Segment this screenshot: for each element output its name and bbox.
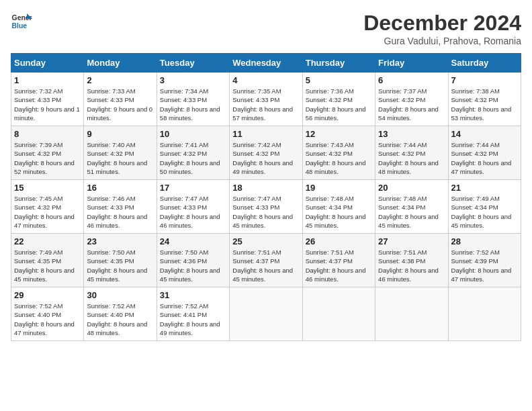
day-number: 1 xyxy=(14,75,81,85)
day-detail: Sunrise: 7:38 AMSunset: 4:32 PMDaylight:… xyxy=(451,87,512,122)
day-number: 11 xyxy=(232,129,299,139)
day-cell: 11 Sunrise: 7:42 AMSunset: 4:32 PMDaylig… xyxy=(230,126,302,180)
day-number: 3 xyxy=(160,75,226,85)
day-number: 26 xyxy=(306,236,372,246)
day-number: 18 xyxy=(232,183,299,193)
col-wednesday: Wednesday xyxy=(230,54,302,73)
day-number: 13 xyxy=(378,129,445,139)
day-number: 25 xyxy=(232,236,299,246)
day-detail: Sunrise: 7:48 AMSunset: 4:34 PMDaylight:… xyxy=(378,195,439,229)
day-cell: 31 Sunrise: 7:52 AMSunset: 4:41 PMDaylig… xyxy=(157,287,229,341)
day-number: 9 xyxy=(87,129,153,139)
day-number: 5 xyxy=(306,75,372,85)
day-cell: 8 Sunrise: 7:39 AMSunset: 4:32 PMDayligh… xyxy=(11,126,84,180)
day-number: 22 xyxy=(14,236,81,246)
day-cell: 27 Sunrise: 7:51 AMSunset: 4:38 PMDaylig… xyxy=(375,234,448,287)
title-area: December 2024 Gura Vadului, Prahova, Rom… xyxy=(363,11,521,46)
col-thursday: Thursday xyxy=(302,54,375,73)
header: General Blue December 2024 Gura Vadului,… xyxy=(11,11,521,46)
day-detail: Sunrise: 7:36 AMSunset: 4:32 PMDaylight:… xyxy=(306,87,366,122)
day-detail: Sunrise: 7:35 AMSunset: 4:33 PMDaylight:… xyxy=(232,87,293,122)
empty-cell xyxy=(375,287,448,341)
day-detail: Sunrise: 7:46 AMSunset: 4:33 PMDaylight:… xyxy=(87,195,147,229)
day-detail: Sunrise: 7:50 AMSunset: 4:36 PMDaylight:… xyxy=(160,248,220,283)
day-number: 30 xyxy=(87,290,153,300)
day-number: 27 xyxy=(378,236,445,246)
calendar-row: 15 Sunrise: 7:45 AMSunset: 4:32 PMDaylig… xyxy=(11,180,521,234)
day-cell: 14 Sunrise: 7:44 AMSunset: 4:32 PMDaylig… xyxy=(448,126,521,180)
day-detail: Sunrise: 7:48 AMSunset: 4:34 PMDaylight:… xyxy=(306,195,366,229)
day-number: 8 xyxy=(14,129,81,139)
day-detail: Sunrise: 7:52 AMSunset: 4:39 PMDaylight:… xyxy=(451,248,512,283)
day-detail: Sunrise: 7:43 AMSunset: 4:32 PMDaylight:… xyxy=(306,141,366,175)
day-cell: 25 Sunrise: 7:51 AMSunset: 4:37 PMDaylig… xyxy=(230,234,302,287)
day-detail: Sunrise: 7:44 AMSunset: 4:32 PMDaylight:… xyxy=(451,141,512,175)
day-detail: Sunrise: 7:37 AMSunset: 4:32 PMDaylight:… xyxy=(378,87,439,122)
day-detail: Sunrise: 7:50 AMSunset: 4:35 PMDaylight:… xyxy=(87,248,147,283)
day-detail: Sunrise: 7:49 AMSunset: 4:34 PMDaylight:… xyxy=(451,195,512,229)
day-number: 10 xyxy=(160,129,226,139)
calendar-row: 1 Sunrise: 7:32 AMSunset: 4:33 PMDayligh… xyxy=(11,73,521,126)
day-detail: Sunrise: 7:39 AMSunset: 4:32 PMDaylight:… xyxy=(14,141,75,175)
empty-cell xyxy=(302,287,375,341)
day-cell: 12 Sunrise: 7:43 AMSunset: 4:32 PMDaylig… xyxy=(302,126,375,180)
day-cell: 20 Sunrise: 7:48 AMSunset: 4:34 PMDaylig… xyxy=(375,180,448,234)
day-cell: 24 Sunrise: 7:50 AMSunset: 4:36 PMDaylig… xyxy=(157,234,229,287)
day-number: 23 xyxy=(87,236,153,246)
empty-cell xyxy=(448,287,521,341)
day-detail: Sunrise: 7:51 AMSunset: 4:38 PMDaylight:… xyxy=(378,248,439,283)
day-cell: 28 Sunrise: 7:52 AMSunset: 4:39 PMDaylig… xyxy=(448,234,521,287)
day-number: 29 xyxy=(14,290,81,300)
calendar-row: 8 Sunrise: 7:39 AMSunset: 4:32 PMDayligh… xyxy=(11,126,521,180)
day-cell: 17 Sunrise: 7:47 AMSunset: 4:33 PMDaylig… xyxy=(157,180,229,234)
logo-icon: General Blue xyxy=(11,11,32,32)
day-number: 2 xyxy=(87,75,153,85)
day-detail: Sunrise: 7:51 AMSunset: 4:37 PMDaylight:… xyxy=(306,248,366,283)
day-cell: 2 Sunrise: 7:33 AMSunset: 4:33 PMDayligh… xyxy=(84,73,157,126)
empty-cell xyxy=(230,287,302,341)
day-number: 7 xyxy=(451,75,518,85)
day-cell: 13 Sunrise: 7:44 AMSunset: 4:32 PMDaylig… xyxy=(375,126,448,180)
day-number: 14 xyxy=(451,129,518,139)
day-number: 21 xyxy=(451,183,518,193)
day-cell: 22 Sunrise: 7:49 AMSunset: 4:35 PMDaylig… xyxy=(11,234,84,287)
day-cell: 4 Sunrise: 7:35 AMSunset: 4:33 PMDayligh… xyxy=(230,73,302,126)
day-number: 15 xyxy=(14,183,81,193)
day-number: 17 xyxy=(160,183,226,193)
col-saturday: Saturday xyxy=(448,54,521,73)
calendar-row: 22 Sunrise: 7:49 AMSunset: 4:35 PMDaylig… xyxy=(11,234,521,287)
day-number: 4 xyxy=(232,75,299,85)
calendar-row: 29 Sunrise: 7:52 AMSunset: 4:40 PMDaylig… xyxy=(11,287,521,341)
day-cell: 7 Sunrise: 7:38 AMSunset: 4:32 PMDayligh… xyxy=(448,73,521,126)
day-number: 19 xyxy=(306,183,372,193)
day-detail: Sunrise: 7:52 AMSunset: 4:40 PMDaylight:… xyxy=(14,302,75,336)
day-cell: 21 Sunrise: 7:49 AMSunset: 4:34 PMDaylig… xyxy=(448,180,521,234)
day-detail: Sunrise: 7:42 AMSunset: 4:32 PMDaylight:… xyxy=(232,141,293,175)
day-cell: 6 Sunrise: 7:37 AMSunset: 4:32 PMDayligh… xyxy=(375,73,448,126)
day-cell: 30 Sunrise: 7:52 AMSunset: 4:40 PMDaylig… xyxy=(84,287,157,341)
calendar-body: 1 Sunrise: 7:32 AMSunset: 4:33 PMDayligh… xyxy=(11,73,521,341)
day-cell: 18 Sunrise: 7:47 AMSunset: 4:33 PMDaylig… xyxy=(230,180,302,234)
day-cell: 3 Sunrise: 7:34 AMSunset: 4:33 PMDayligh… xyxy=(157,73,229,126)
month-title: December 2024 xyxy=(363,11,521,36)
day-detail: Sunrise: 7:44 AMSunset: 4:32 PMDaylight:… xyxy=(378,141,439,175)
day-number: 20 xyxy=(378,183,445,193)
location-title: Gura Vadului, Prahova, Romania xyxy=(363,36,521,46)
col-tuesday: Tuesday xyxy=(157,54,229,73)
col-monday: Monday xyxy=(84,54,157,73)
day-cell: 1 Sunrise: 7:32 AMSunset: 4:33 PMDayligh… xyxy=(11,73,84,126)
day-detail: Sunrise: 7:52 AMSunset: 4:40 PMDaylight:… xyxy=(87,302,147,336)
day-detail: Sunrise: 7:34 AMSunset: 4:33 PMDaylight:… xyxy=(160,87,220,122)
day-detail: Sunrise: 7:47 AMSunset: 4:33 PMDaylight:… xyxy=(160,195,220,229)
day-number: 31 xyxy=(160,290,226,300)
day-number: 6 xyxy=(378,75,445,85)
day-number: 12 xyxy=(306,129,372,139)
day-cell: 10 Sunrise: 7:41 AMSunset: 4:32 PMDaylig… xyxy=(157,126,229,180)
day-detail: Sunrise: 7:33 AMSunset: 4:33 PMDaylight:… xyxy=(87,87,152,122)
col-friday: Friday xyxy=(375,54,448,73)
logo: General Blue xyxy=(11,11,32,32)
day-cell: 29 Sunrise: 7:52 AMSunset: 4:40 PMDaylig… xyxy=(11,287,84,341)
header-row: Sunday Monday Tuesday Wednesday Thursday… xyxy=(11,54,521,73)
day-detail: Sunrise: 7:52 AMSunset: 4:41 PMDaylight:… xyxy=(160,302,220,336)
day-number: 24 xyxy=(160,236,226,246)
